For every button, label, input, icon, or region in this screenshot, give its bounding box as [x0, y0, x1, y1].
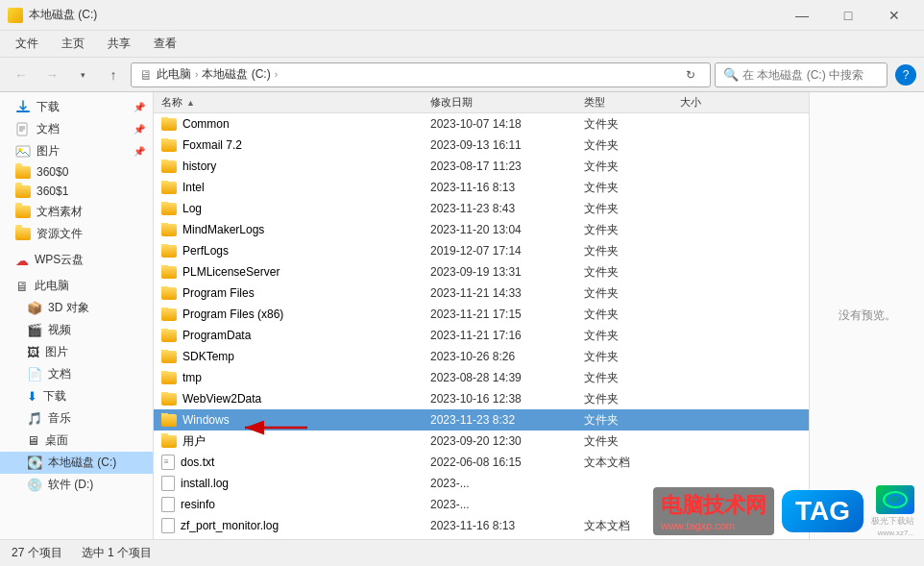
- title-text: 本地磁盘 (C:): [29, 7, 97, 23]
- sidebar-icon: 📄: [27, 367, 42, 381]
- col-date-header[interactable]: 修改日期: [430, 95, 584, 110]
- address-breadcrumb: 🖥 此电脑 › 本地磁盘 (C:) ›: [139, 66, 675, 83]
- minimize-button[interactable]: —: [780, 0, 824, 31]
- table-row[interactable]: zf_port_monitor.log 2023-11-16 8:13 文本文档: [154, 515, 809, 536]
- sidebar-item-pc-docs[interactable]: 📄 文档: [0, 363, 153, 385]
- log-icon: [161, 518, 175, 533]
- folder-icon: [15, 166, 31, 179]
- sidebar-icon: 📦: [27, 301, 42, 315]
- sidebar-item-desktop[interactable]: 🖥 桌面: [0, 430, 153, 452]
- txt-icon: [161, 455, 175, 470]
- table-row[interactable]: Log 2023-11-23 8:43 文件夹: [154, 198, 809, 219]
- search-input[interactable]: [742, 68, 887, 82]
- table-row[interactable]: Intel 2023-11-16 8:13 文件夹: [154, 177, 809, 198]
- table-row[interactable]: ProgramData 2023-11-21 17:16 文件夹: [154, 325, 809, 346]
- sidebar-label: 图片: [45, 344, 68, 360]
- log-icon: [161, 476, 175, 491]
- title-bar: 本地磁盘 (C:) — □ ✕: [0, 0, 924, 31]
- table-row[interactable]: Program Files (x86) 2023-11-21 17:15 文件夹: [154, 304, 809, 325]
- table-row[interactable]: resinfo 2023-...: [154, 494, 809, 515]
- maximize-button[interactable]: □: [826, 0, 870, 31]
- folder-icon: [161, 287, 177, 300]
- table-row[interactable]: dos.txt 2022-06-08 16:15 文本文档: [154, 452, 809, 473]
- col-name-header[interactable]: 名称 ▲: [161, 95, 430, 110]
- table-row[interactable]: PerfLogs 2019-12-07 17:14 文件夹: [154, 240, 809, 261]
- sidebar-label: 360$0: [36, 165, 68, 179]
- sidebar-icon: 🎵: [27, 411, 42, 426]
- forward-button[interactable]: →: [38, 62, 65, 88]
- sidebar-label: 文档: [36, 121, 60, 137]
- folder-icon: [161, 372, 177, 384]
- folder-icon: [161, 160, 177, 173]
- table-row[interactable]: SDKTemp 2023-10-26 8:26 文件夹: [154, 346, 809, 367]
- menu-share[interactable]: 共享: [96, 32, 142, 56]
- table-row[interactable]: Program Files 2023-11-21 14:33 文件夹: [154, 283, 809, 304]
- col-type-header[interactable]: 类型: [584, 95, 680, 110]
- folder-icon: [161, 203, 177, 215]
- sidebar-label: 此电脑: [35, 278, 69, 294]
- sidebar-item-docs[interactable]: 文档 📌: [0, 118, 153, 140]
- sidebar-item-pc-pictures[interactable]: 🖼 图片: [0, 341, 153, 363]
- download-icon: [15, 100, 31, 115]
- address-bar[interactable]: 🖥 此电脑 › 本地磁盘 (C:) › ↻: [131, 62, 711, 87]
- main-container: 下载 📌 文档 📌 图片 📌 360$0 360$1 文档素材: [0, 92, 924, 539]
- sidebar-icon: 🖥: [27, 433, 39, 448]
- menu-home[interactable]: 主页: [50, 32, 96, 56]
- folder-icon: [161, 266, 177, 279]
- sidebar-item-thispc[interactable]: 🖥 此电脑: [0, 275, 153, 297]
- back-button[interactable]: ←: [8, 62, 35, 88]
- help-button[interactable]: ?: [895, 64, 916, 86]
- refresh-button[interactable]: ↻: [679, 63, 702, 86]
- sidebar-item-pc-downloads[interactable]: ⬇ 下载: [0, 385, 153, 407]
- preview-text: 没有预览。: [839, 308, 896, 324]
- menu-file[interactable]: 文件: [4, 32, 50, 56]
- sidebar-label: 软件 (D:): [48, 477, 93, 493]
- sidebar-item-wps[interactable]: ☁ WPS云盘: [0, 249, 153, 271]
- menu-view[interactable]: 查看: [142, 32, 188, 56]
- table-row[interactable]: install.log 2023-...: [154, 473, 809, 494]
- file-list-header: 名称 ▲ 修改日期 类型 大小: [154, 92, 809, 113]
- sidebar-item-music[interactable]: 🎵 音乐: [0, 407, 153, 430]
- sidebar-item-resources[interactable]: 资源文件: [0, 223, 153, 245]
- pictures-icon: [15, 144, 31, 160]
- sidebar-item-video[interactable]: 🎬 视频: [0, 319, 153, 341]
- sidebar-label: 图片: [36, 143, 60, 160]
- toolbar: ← → ▾ ↑ 🖥 此电脑 › 本地磁盘 (C:) › ↻ 🔍 ?: [0, 58, 924, 92]
- table-row[interactable]: tmp 2023-08-28 14:39 文件夹: [154, 367, 809, 388]
- close-button[interactable]: ✕: [872, 0, 916, 31]
- title-icon: [8, 8, 23, 23]
- sidebar-item-pictures[interactable]: 图片 📌: [0, 140, 153, 162]
- table-row[interactable]: 用户 2023-09-20 12:30 文件夹: [154, 431, 809, 452]
- sidebar-item-docmaterial[interactable]: 文档素材: [0, 201, 153, 223]
- table-row[interactable]: history 2023-08-17 11:23 文件夹: [154, 156, 809, 177]
- sidebar-icon: 🖼: [27, 345, 39, 359]
- file-list: Common 2023-10-07 14:18 文件夹 Foxmail 7.2 …: [154, 113, 809, 539]
- table-row[interactable]: MindMakerLogs 2023-11-20 13:04 文件夹: [154, 219, 809, 240]
- sidebar-label: WPS云盘: [35, 252, 84, 268]
- table-row[interactable]: PLMLicenseServer 2023-09-19 13:31 文件夹: [154, 261, 809, 283]
- crumb-cdrive[interactable]: 本地磁盘 (C:): [202, 66, 270, 83]
- col-size-header[interactable]: 大小: [680, 95, 757, 110]
- sidebar-item-downloads[interactable]: 下载 📌: [0, 96, 153, 118]
- sidebar-label: 视频: [48, 322, 71, 338]
- up-button[interactable]: ↑: [100, 62, 127, 88]
- sidebar-label: 本地磁盘 (C:): [48, 455, 116, 471]
- recent-locations-button[interactable]: ▾: [69, 62, 96, 88]
- table-row[interactable]: Common 2023-10-07 14:18 文件夹: [154, 113, 809, 135]
- search-box[interactable]: 🔍: [715, 62, 888, 87]
- pc-icon: 🖥: [15, 279, 29, 294]
- sidebar-item-3d[interactable]: 📦 3D 对象: [0, 297, 153, 319]
- sidebar-item-360s0[interactable]: 360$0: [0, 162, 153, 182]
- folder-icon: [161, 245, 177, 258]
- item-count: 27 个项目: [12, 545, 62, 561]
- sidebar-item-ddrive[interactable]: 💿 软件 (D:): [0, 474, 153, 496]
- table-row-windows[interactable]: Windows 2023-11-23 8:32 文件夹: [154, 409, 809, 431]
- table-row[interactable]: Foxmail 7.2 2023-09-13 16:11 文件夹: [154, 135, 809, 156]
- crumb-pc[interactable]: 此电脑: [157, 66, 191, 83]
- sidebar-item-cdrive[interactable]: 💽 本地磁盘 (C:): [0, 452, 153, 474]
- table-row[interactable]: WebView2Data 2023-10-16 12:38 文件夹: [154, 388, 809, 409]
- preview-pane: 没有预览。: [809, 92, 924, 539]
- folder-icon: [15, 206, 31, 218]
- status-bar: 27 个项目 选中 1 个项目: [0, 539, 924, 566]
- sidebar-item-360s1[interactable]: 360$1: [0, 182, 153, 201]
